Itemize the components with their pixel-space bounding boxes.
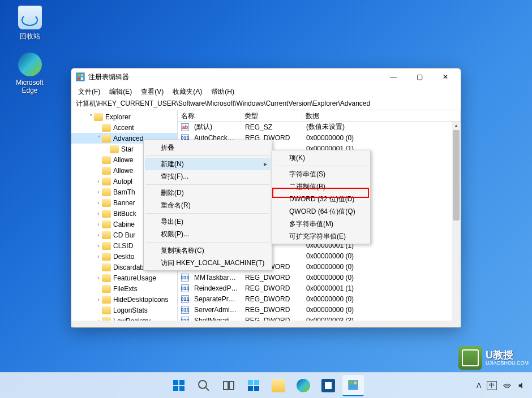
col-type[interactable]: 类型: [241, 110, 302, 121]
cm-go-hklm[interactable]: 访问 HKEY_LOCAL_MACHINE(T): [145, 257, 271, 269]
maximize-button[interactable]: ▢: [406, 68, 432, 85]
expand-toggle-icon[interactable]: ›: [95, 189, 102, 195]
recycle-bin-label: 回收站: [8, 32, 51, 41]
expand-toggle-icon[interactable]: ›: [95, 243, 102, 249]
ime-icon[interactable]: 中: [487, 381, 497, 390]
regedit-icon: [76, 72, 85, 81]
folder-icon: [102, 263, 111, 271]
cm-separator: [146, 184, 269, 185]
folder-icon: [102, 306, 111, 314]
network-icon[interactable]: [503, 381, 512, 390]
expand-toggle-icon[interactable]: ˅: [95, 135, 102, 141]
value-name: (默认): [191, 122, 242, 132]
tree-node[interactable]: Accent: [71, 122, 177, 133]
folder-icon: [102, 167, 111, 175]
tree-node-label: BitBuck: [113, 210, 136, 218]
tree-node-label: CLSID: [113, 242, 133, 250]
svg-rect-1: [78, 74, 80, 76]
folder-icon: [102, 231, 111, 239]
cm-delete[interactable]: 删除(D): [145, 187, 271, 199]
tree-node-label: Cabine: [113, 220, 135, 228]
cm-rename[interactable]: 重命名(R): [145, 199, 271, 211]
cm-new-key[interactable]: 项(K): [273, 152, 369, 164]
search-icon[interactable]: [193, 375, 214, 396]
menu-favorites[interactable]: 收藏夹(A): [168, 86, 207, 98]
minimize-button[interactable]: —: [380, 68, 406, 85]
tree-node[interactable]: FileExts: [71, 283, 177, 294]
start-button[interactable]: [168, 375, 190, 396]
recycle-bin-icon[interactable]: 回收站: [8, 6, 51, 41]
tree-node[interactable]: ›FeatureUsage: [71, 272, 177, 283]
widgets-icon[interactable]: [243, 375, 264, 396]
cm-new-string[interactable]: 字符串值(S): [273, 168, 369, 180]
cm-permissions[interactable]: 权限(P)...: [145, 228, 271, 240]
folder-icon: [102, 242, 111, 250]
titlebar[interactable]: 注册表编辑器 — ▢ ✕: [71, 68, 461, 85]
regedit-taskbar-icon[interactable]: [342, 375, 364, 396]
cm-new-expandstring[interactable]: 可扩充字符串值(E): [273, 230, 369, 243]
close-button[interactable]: ✕: [432, 68, 458, 85]
tree-node[interactable]: LogonStats: [71, 305, 177, 315]
cm-new-multistring[interactable]: 多字符串值(M): [273, 218, 369, 230]
cm-find[interactable]: 查找(F)...: [145, 170, 271, 183]
tree-node-label: CD Bur: [113, 231, 135, 239]
value-row[interactable]: 011ServerAdminUIREG_DWORD0x00000000 (0): [178, 304, 461, 315]
dword-value-icon: 011: [181, 295, 189, 303]
menu-edit[interactable]: 编辑(E): [105, 86, 136, 98]
menu-file[interactable]: 文件(F): [74, 86, 105, 98]
cm-export[interactable]: 导出(E): [145, 215, 271, 228]
cm-new-dword[interactable]: DWORD (32 位)值(D): [273, 193, 369, 205]
expand-toggle-icon[interactable]: ›: [95, 210, 102, 217]
tree-node-label: BamTh: [113, 188, 135, 196]
tray-expand-icon[interactable]: ᐱ: [477, 382, 481, 390]
horizontal-scrollbar[interactable]: [71, 321, 461, 327]
file-explorer-icon[interactable]: [268, 375, 289, 396]
expand-toggle-icon[interactable]: ›: [95, 178, 102, 184]
cm-new-qword[interactable]: QWORD (64 位)值(Q): [273, 205, 369, 218]
value-row[interactable]: 011SeparateProce...REG_DWORD0x00000000 (…: [178, 293, 461, 304]
tree-node[interactable]: ›HideDesktopIcons: [71, 294, 177, 305]
value-data: 0x00000000 (0): [303, 134, 461, 142]
value-row[interactable]: 011MMTaskbarGl...REG_DWORD0x00000000 (0): [178, 272, 461, 283]
cm-collapse[interactable]: 折叠: [145, 141, 271, 154]
cm-copy-key-name[interactable]: 复制项名称(C): [145, 244, 271, 257]
edge-taskbar-icon[interactable]: [293, 375, 314, 396]
expand-toggle-icon[interactable]: ›: [95, 275, 102, 281]
scroll-up-arrow[interactable]: ▲: [452, 122, 461, 130]
context-menu-key: 折叠 新建(N) 查找(F)... 删除(D) 重命名(R) 导出(E) 权限(…: [143, 140, 272, 271]
cm-new[interactable]: 新建(N): [145, 158, 271, 170]
cm-separator: [146, 242, 269, 243]
edge-browser-icon[interactable]: Microsoft Edge: [8, 53, 51, 94]
value-name: ReindexedProf...: [191, 284, 242, 292]
recycle-bin-graphic: [18, 6, 42, 29]
folder-icon: [102, 220, 111, 228]
menu-help[interactable]: 帮助(H): [207, 86, 239, 98]
value-data: 0x00000000 (0): [303, 295, 461, 303]
expand-toggle-icon[interactable]: ›: [95, 253, 102, 259]
tree-node[interactable]: ˅Explorer: [71, 111, 177, 122]
value-row[interactable]: 011ReindexedProf...REG_DWORD0x00000001 (…: [178, 283, 461, 293]
tree-node-label: LogonStats: [113, 306, 148, 314]
vertical-scrollbar[interactable]: ▲ ▼: [452, 122, 461, 327]
cm-new-binary[interactable]: 二进制值(B): [273, 180, 369, 193]
expand-toggle-icon[interactable]: ›: [95, 221, 102, 227]
value-type: REG_SZ: [242, 123, 303, 131]
col-data[interactable]: 数据: [302, 110, 461, 121]
value-data: 0x00000000 (0): [303, 274, 461, 282]
volume-icon[interactable]: [517, 381, 526, 390]
expand-toggle-icon[interactable]: ˅: [87, 114, 94, 120]
string-value-icon: ab: [181, 123, 189, 131]
tree-node-label: Deskto: [113, 253, 134, 261]
scroll-thumb[interactable]: [453, 130, 460, 220]
task-view-icon[interactable]: [218, 375, 239, 396]
expand-toggle-icon[interactable]: ›: [95, 296, 102, 302]
store-icon[interactable]: [318, 375, 339, 396]
value-row[interactable]: ab(默认)REG_SZ(数值未设置): [178, 122, 461, 132]
folder-icon: [102, 285, 111, 293]
expand-toggle-icon[interactable]: ›: [95, 200, 102, 206]
menu-view[interactable]: 查看(V): [136, 86, 168, 98]
address-bar[interactable]: 计算机\HKEY_CURRENT_USER\Software\Microsoft…: [71, 98, 461, 110]
folder-icon: [102, 135, 111, 142]
expand-toggle-icon[interactable]: ›: [95, 232, 102, 238]
col-name[interactable]: 名称: [178, 110, 241, 121]
